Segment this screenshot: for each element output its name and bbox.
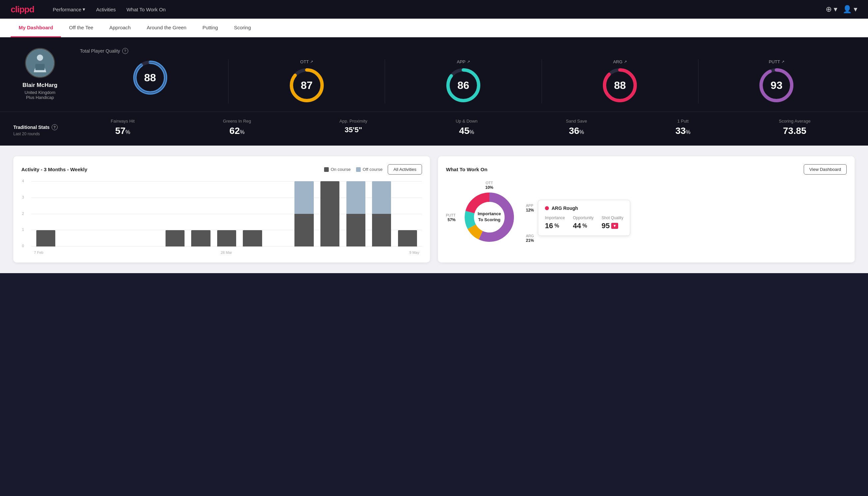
score-card-ott: OTT ↗ 87 bbox=[228, 59, 385, 104]
tab-my-dashboard[interactable]: My Dashboard bbox=[11, 19, 61, 37]
bar-group bbox=[292, 181, 316, 247]
nav-activities[interactable]: Activities bbox=[96, 5, 115, 14]
tab-off-the-tee[interactable]: Off the Tee bbox=[61, 19, 101, 37]
help-icon[interactable]: ? bbox=[122, 48, 128, 54]
x-label-mar: 28 Mar bbox=[221, 250, 232, 254]
metric-shot-quality: Shot Quality 95 ▼ bbox=[601, 216, 623, 230]
svg-rect-2 bbox=[35, 64, 45, 70]
stat-up-down: Up & Down 45% bbox=[456, 119, 478, 136]
player-name: Blair McHarg bbox=[23, 82, 58, 89]
donut-label-ott: OTT 10% bbox=[485, 181, 493, 190]
tabs-bar: My Dashboard Off the Tee Approach Around… bbox=[0, 19, 868, 37]
bar-group bbox=[85, 181, 110, 247]
donut-label-putt: PUTT 57% bbox=[446, 213, 456, 223]
stat-greens-in-reg: Greens In Reg 62% bbox=[223, 119, 251, 136]
bar-on-course bbox=[217, 230, 236, 247]
nav-right-actions: ⊕ ▾ 👤 ▾ bbox=[826, 5, 857, 14]
svg-point-0 bbox=[26, 49, 54, 77]
bar-on-course bbox=[243, 230, 262, 247]
avatar bbox=[25, 48, 55, 78]
tab-around-the-green[interactable]: Around the Green bbox=[139, 19, 194, 37]
player-handicap: Plus Handicap bbox=[26, 95, 54, 100]
bar-on-course bbox=[191, 230, 210, 247]
total-quality-label: Total Player Quality ? bbox=[80, 48, 855, 54]
ring-arg: 88 bbox=[601, 67, 638, 104]
app-label: APP ↗ bbox=[457, 59, 470, 64]
user-menu[interactable]: 👤 ▾ bbox=[843, 5, 857, 14]
ring-putt: 93 bbox=[758, 67, 795, 104]
ring-putt-value: 93 bbox=[771, 79, 783, 92]
legend-off-course: Off course bbox=[356, 167, 383, 172]
donut-chart: Importance To Scoring bbox=[463, 190, 516, 244]
trad-title: Traditional Stats ? bbox=[13, 124, 67, 130]
all-activities-button[interactable]: All Activities bbox=[388, 164, 422, 174]
main-content: Activity - 3 Months - Weekly On course O… bbox=[0, 145, 868, 273]
trad-help-icon[interactable]: ? bbox=[52, 124, 58, 130]
stat-scoring-avg: Scoring Average 73.85 bbox=[779, 119, 810, 136]
tab-putting[interactable]: Putting bbox=[194, 19, 226, 37]
putt-label: PUTT ↗ bbox=[769, 59, 784, 64]
metric-opportunity: Opportunity 44% bbox=[573, 216, 594, 230]
app-logo: clippd bbox=[11, 4, 34, 15]
x-label-feb: 7 Feb bbox=[34, 250, 43, 254]
tab-approach[interactable]: Approach bbox=[101, 19, 139, 37]
bar-group bbox=[112, 181, 136, 247]
x-labels: 7 Feb 28 Mar 9 May bbox=[31, 250, 422, 254]
legend-off-course-dot bbox=[356, 167, 361, 172]
bar-group bbox=[344, 181, 368, 247]
arg-trend-icon: ↗ bbox=[624, 60, 627, 64]
ring-ott: 87 bbox=[288, 67, 325, 104]
stats-section: Total Player Quality ? 88 OTT ↗ bbox=[80, 48, 855, 104]
bar-group bbox=[370, 181, 394, 247]
bar-on-course bbox=[295, 214, 313, 247]
nav-performance[interactable]: Performance ▾ bbox=[53, 5, 85, 14]
view-dashboard-button[interactable]: View Dashboard bbox=[804, 164, 847, 174]
add-button[interactable]: ⊕ ▾ bbox=[826, 5, 837, 14]
score-cards: 88 OTT ↗ 87 APP bbox=[80, 59, 855, 104]
tab-scoring[interactable]: Scoring bbox=[226, 19, 259, 37]
player-country: United Kingdom bbox=[25, 90, 56, 95]
info-card-title: ARG Rough bbox=[552, 205, 578, 211]
x-label-may: 9 May bbox=[409, 250, 419, 254]
ring-ott-value: 87 bbox=[301, 79, 313, 92]
ott-label: OTT ↗ bbox=[300, 59, 313, 64]
score-card-putt: PUTT ↗ 93 bbox=[698, 59, 855, 104]
bar-group bbox=[318, 181, 342, 247]
bar-group bbox=[137, 181, 161, 247]
ring-total-value: 88 bbox=[144, 72, 156, 84]
nav-what-to-work-on[interactable]: What To Work On bbox=[127, 5, 166, 14]
info-metrics: Importance 16% Opportunity 44% Shot Qual… bbox=[545, 216, 623, 230]
legend-on-course: On course bbox=[324, 167, 351, 172]
activity-chart-title: Activity - 3 Months - Weekly bbox=[21, 167, 87, 172]
bar-on-course bbox=[346, 214, 365, 247]
donut-label-arg: ARG 21% bbox=[526, 233, 534, 244]
bar-group bbox=[34, 181, 58, 247]
bar-group bbox=[215, 181, 239, 247]
bar-group bbox=[163, 181, 187, 247]
score-card-arg: ARG ↗ 88 bbox=[542, 59, 698, 104]
activity-card: Activity - 3 Months - Weekly On course O… bbox=[13, 156, 430, 263]
ott-trend-icon: ↗ bbox=[310, 60, 313, 64]
bar-off-course bbox=[346, 181, 365, 214]
bar-group bbox=[60, 181, 84, 247]
svg-text:To Scoring: To Scoring bbox=[478, 217, 501, 222]
score-card-total: 88 bbox=[80, 59, 228, 104]
score-card-app: APP ↗ 86 bbox=[385, 59, 541, 104]
stat-sand-save: Sand Save 36% bbox=[566, 119, 587, 136]
bar-on-course bbox=[165, 230, 185, 247]
bars-area bbox=[31, 181, 422, 247]
bar-group bbox=[267, 181, 290, 247]
stat-app-proximity: App. Proximity 35'5" bbox=[340, 119, 367, 136]
trad-items: Fairways Hit 57% Greens In Reg 62% App. … bbox=[67, 119, 855, 136]
hero-section: Blair McHarg United Kingdom Plus Handica… bbox=[0, 37, 868, 112]
chart-legend: On course Off course All Activities bbox=[324, 164, 422, 174]
what-to-work-on-card: What To Work On View Dashboard PUTT 57% bbox=[438, 156, 855, 263]
ring-app-value: 86 bbox=[457, 79, 469, 92]
bar-group bbox=[240, 181, 265, 247]
svg-text:Importance: Importance bbox=[478, 211, 501, 216]
putt-trend-icon: ↗ bbox=[782, 60, 784, 64]
bar-on-course bbox=[320, 181, 340, 247]
bar-off-course bbox=[295, 181, 313, 214]
trad-subtitle: Last 20 rounds bbox=[13, 131, 67, 136]
info-dot bbox=[545, 206, 549, 210]
